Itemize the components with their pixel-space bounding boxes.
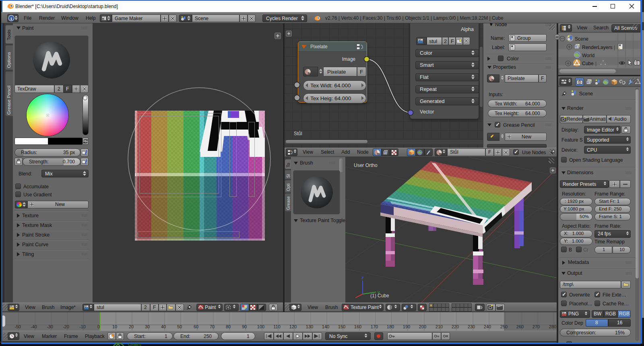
svg-text:i: i — [10, 16, 12, 21]
svg-text:z: z — [361, 275, 364, 280]
svg-text:GAMES: GAMES — [128, 343, 141, 346]
